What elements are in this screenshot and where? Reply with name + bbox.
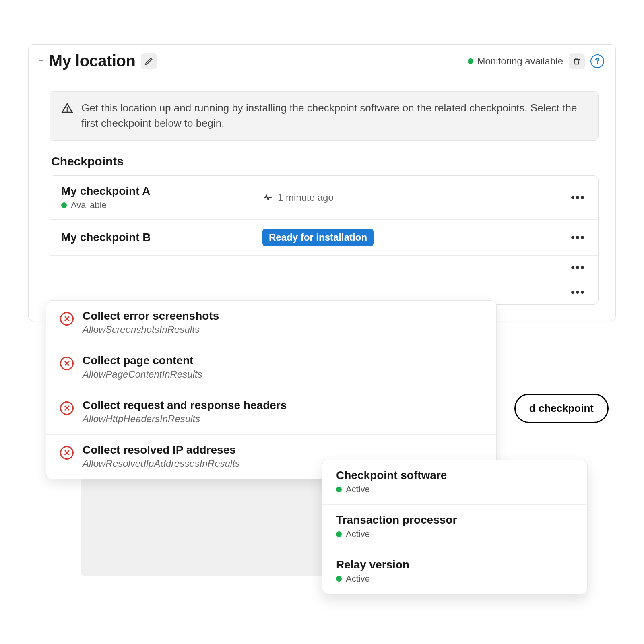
collect-title: Collect resolved IP addreses: [83, 444, 240, 456]
status-dot-icon: [468, 58, 473, 64]
component-status: Active: [346, 484, 370, 495]
component-name: Relay version: [336, 558, 574, 571]
collect-title: Collect error screenshots: [83, 310, 219, 322]
checkpoint-last-seen: 1 minute ago: [262, 192, 561, 203]
checkpoints-heading: Checkpoints: [51, 155, 599, 168]
card-header: ⌐ My location Monitoring available ?: [29, 45, 615, 79]
question-icon: ?: [595, 56, 600, 66]
delete-button[interactable]: [569, 53, 585, 69]
row-menu-button[interactable]: •••: [569, 230, 587, 245]
component-status-row: Transaction processor Active: [322, 505, 587, 549]
location-card: ⌐ My location Monitoring available ?: [28, 44, 616, 321]
page-title: My location: [49, 52, 136, 70]
row-menu-button[interactable]: •••: [569, 260, 587, 275]
disabled-icon: ✕: [60, 446, 74, 460]
component-status-panel: Checkpoint software Active Transaction p…: [322, 460, 588, 594]
collect-key: AllowHttpHeadersInResults: [83, 413, 287, 425]
checkpoint-row[interactable]: •••: [50, 256, 598, 280]
component-status: Active: [346, 529, 370, 539]
component-status: Active: [346, 574, 370, 584]
monitoring-status-label: Monitoring available: [477, 56, 563, 67]
component-status-row: Relay version Active: [322, 549, 587, 594]
edit-button[interactable]: [141, 53, 157, 69]
checkpoint-time: 1 minute ago: [278, 192, 334, 203]
add-checkpoint-button[interactable]: d checkpoint: [514, 394, 609, 423]
pencil-icon: [144, 57, 153, 66]
install-badge: Ready for installation: [262, 229, 374, 246]
checkpoint-name: My checkpoint A: [61, 185, 254, 198]
collect-title: Collect request and response headers: [83, 399, 287, 412]
collect-settings-panel: ✕ Collect error screenshots AllowScreens…: [46, 300, 497, 479]
collect-key: AllowPageContentInResults: [83, 369, 202, 380]
svg-point-0: [67, 111, 68, 111]
collect-setting-row[interactable]: ✕ Collect page content AllowPageContentI…: [46, 345, 496, 390]
monitoring-status: Monitoring available: [468, 56, 563, 67]
component-status-row: Checkpoint software Active: [322, 460, 587, 505]
status-dot-icon: [336, 576, 342, 582]
component-name: Checkpoint software: [336, 469, 574, 482]
heartbeat-icon: [262, 192, 273, 203]
disabled-icon: ✕: [60, 401, 74, 415]
collect-setting-row[interactable]: ✕ Collect error screenshots AllowScreens…: [46, 301, 496, 345]
alert-text: Get this location up and running by inst…: [81, 101, 587, 131]
warning-icon: [61, 102, 73, 114]
checkpoints-list: My checkpoint A Available 1 minute ago •…: [50, 175, 599, 305]
disabled-icon: ✕: [60, 312, 74, 326]
status-dot-icon: [336, 531, 342, 537]
checkpoint-row[interactable]: My checkpoint A Available 1 minute ago •…: [50, 176, 598, 220]
status-dot-icon: [61, 202, 67, 208]
collect-title: Collect page content: [83, 354, 202, 367]
collapse-icon[interactable]: ⌐: [38, 55, 43, 66]
row-menu-button[interactable]: •••: [569, 285, 587, 299]
component-name: Transaction processor: [336, 514, 574, 526]
row-menu-button[interactable]: •••: [569, 190, 587, 205]
checkpoint-status: Available: [71, 200, 107, 211]
collect-key: AllowResolvedIpAddressesInResults: [83, 458, 240, 469]
collect-key: AllowScreenshotsInResults: [83, 324, 219, 335]
collect-setting-row[interactable]: ✕ Collect request and response headers A…: [46, 390, 496, 435]
trash-icon: [572, 56, 581, 66]
status-dot-icon: [336, 487, 342, 492]
help-button[interactable]: ?: [590, 54, 604, 68]
checkpoint-row[interactable]: My checkpoint B Ready for installation •…: [50, 220, 598, 256]
setup-alert: Get this location up and running by inst…: [50, 91, 599, 141]
disabled-icon: ✕: [60, 357, 74, 370]
checkpoint-name: My checkpoint B: [61, 231, 254, 244]
